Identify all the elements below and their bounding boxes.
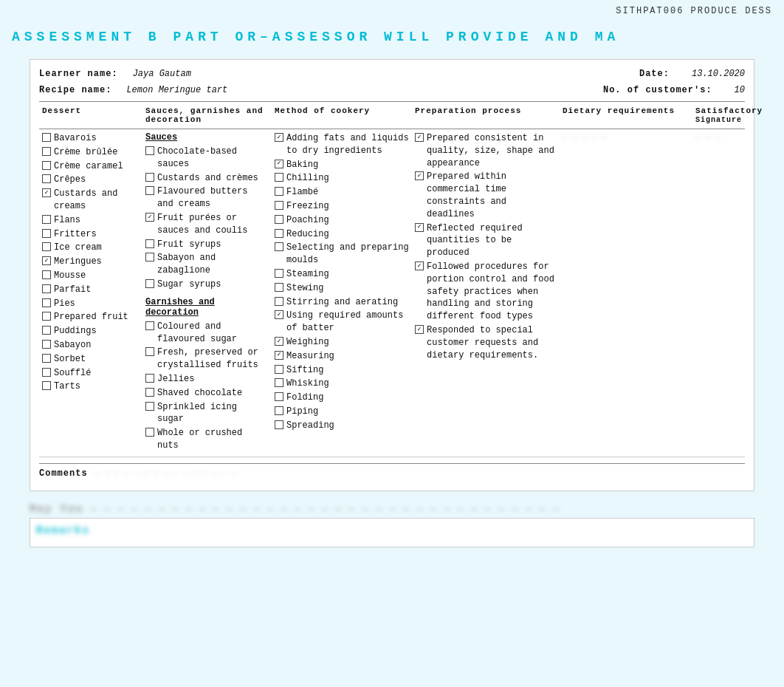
- remarks-box: Remarks: [30, 518, 754, 547]
- item-label: Steaming: [286, 268, 329, 281]
- checkbox-icon[interactable]: [275, 406, 283, 415]
- item-label: Sugar syrups: [157, 278, 221, 291]
- checkbox-icon[interactable]: [42, 270, 51, 279]
- item-label: Reflected required quantities to be prod…: [427, 222, 557, 259]
- checkbox-icon[interactable]: [415, 262, 424, 270]
- item-label: Stewing: [286, 282, 323, 295]
- checkbox-icon[interactable]: [275, 242, 283, 251]
- list-item: Prepared fruit: [42, 311, 140, 324]
- checkbox-icon[interactable]: [145, 402, 154, 411]
- checkbox-icon[interactable]: [275, 310, 283, 319]
- checkbox-icon[interactable]: [275, 420, 283, 429]
- checkbox-icon[interactable]: [415, 325, 424, 334]
- checkbox-icon[interactable]: [145, 146, 154, 155]
- recipe-value: Lemon Meringue tart: [126, 85, 227, 95]
- checkbox-icon[interactable]: [275, 297, 283, 306]
- list-item: Flans: [42, 214, 140, 227]
- item-label: Flambé: [286, 186, 318, 199]
- checkbox-icon[interactable]: [275, 269, 283, 278]
- item-label: Crème brûlée: [54, 146, 117, 159]
- checkbox-icon[interactable]: [42, 188, 51, 197]
- checkbox-icon[interactable]: [275, 365, 283, 374]
- learner-value: Jaya Gautam: [133, 69, 191, 79]
- list-item: Sugar syrups: [145, 278, 269, 291]
- checkbox-icon[interactable]: [42, 381, 51, 390]
- list-item: Fruit syrups: [145, 239, 269, 251]
- checkbox-icon[interactable]: [145, 347, 154, 356]
- date-value: 13.10.2020: [692, 69, 745, 79]
- item-label: Custards and creams: [54, 188, 140, 213]
- checkbox-icon[interactable]: [275, 229, 283, 238]
- checkbox-icon[interactable]: [145, 428, 154, 437]
- item-label: Crêpes: [54, 174, 86, 186]
- checkbox-icon[interactable]: [275, 187, 283, 196]
- checkbox-icon[interactable]: [145, 374, 154, 383]
- item-label: Responded to special customer requests a…: [427, 324, 557, 361]
- list-item: Custards and creams: [42, 188, 140, 213]
- checkbox-icon[interactable]: [42, 161, 51, 170]
- item-label: Sorbet: [54, 353, 86, 366]
- list-item: Tarts: [42, 380, 140, 393]
- checkbox-icon[interactable]: [42, 256, 51, 265]
- list-item: Adding fats and liquids to dry ingredien…: [275, 132, 409, 157]
- checkbox-icon[interactable]: [275, 283, 283, 292]
- list-item: Sifting: [275, 364, 409, 377]
- checkbox-icon[interactable]: [42, 368, 51, 377]
- item-label: Parfait: [54, 284, 91, 296]
- list-item: Mousse: [42, 270, 140, 282]
- checkbox-icon[interactable]: [275, 392, 283, 401]
- checkbox-icon[interactable]: [275, 337, 283, 346]
- checkbox-icon[interactable]: [145, 388, 154, 397]
- checkbox-icon[interactable]: [42, 312, 51, 321]
- checkbox-icon[interactable]: [275, 378, 283, 387]
- checkbox-icon[interactable]: [145, 213, 154, 222]
- checkbox-icon[interactable]: [275, 160, 283, 168]
- banner-text: ASSESSMENT B PART OR–ASSESSOR WILL PROVI…: [12, 30, 619, 44]
- checkbox-icon[interactable]: [145, 173, 154, 182]
- item-label: Flavoured butters and creams: [157, 185, 269, 211]
- checkbox-icon[interactable]: [42, 147, 51, 156]
- item-label: Followed procedures for portion control …: [427, 261, 557, 323]
- list-item: Puddings: [42, 325, 140, 338]
- checkbox-icon[interactable]: [42, 174, 51, 183]
- item-label: Prepared consistent in quality, size, sh…: [427, 132, 557, 169]
- checkbox-icon[interactable]: [275, 201, 283, 210]
- item-label: Custards and crèmes: [157, 172, 258, 185]
- list-item: Sabayon: [42, 339, 140, 352]
- checkbox-icon[interactable]: [42, 229, 51, 238]
- checkbox-icon[interactable]: [145, 321, 154, 330]
- customers-label: No. of customer's:: [603, 85, 712, 95]
- checkbox-icon[interactable]: [42, 340, 51, 349]
- comments-row: Comments — — — — — — — — — — — — — — —: [39, 468, 745, 479]
- item-label: Fruit syrups: [157, 239, 221, 251]
- list-item: Crème caramel: [42, 160, 140, 173]
- checkbox-icon[interactable]: [42, 326, 51, 335]
- item-label: Fruit purées or sauces and coulis: [157, 212, 269, 237]
- checkbox-icon[interactable]: [42, 215, 51, 224]
- checkbox-icon[interactable]: [42, 298, 51, 307]
- checkbox-icon[interactable]: [415, 223, 424, 232]
- item-label: Crème caramel: [54, 160, 123, 173]
- checkbox-icon[interactable]: [42, 284, 51, 293]
- item-label: Mousse: [54, 270, 86, 282]
- list-item: Responded to special customer requests a…: [415, 324, 557, 361]
- checkbox-icon[interactable]: [42, 354, 51, 363]
- checkbox-icon[interactable]: [42, 242, 51, 251]
- list-item: Baking: [275, 159, 409, 171]
- checkbox-icon[interactable]: [275, 215, 283, 224]
- checkbox-icon[interactable]: [42, 133, 51, 142]
- checkbox-icon[interactable]: [275, 133, 283, 142]
- checkbox-icon[interactable]: [145, 239, 154, 248]
- checkbox-icon[interactable]: [275, 173, 283, 182]
- checkbox-icon[interactable]: [145, 279, 154, 288]
- checkbox-icon[interactable]: [275, 351, 283, 360]
- table-header: Dessert Sauces, garnishes and decoration…: [39, 101, 745, 129]
- checkbox-icon[interactable]: [145, 186, 154, 195]
- col-header-dessert: Dessert: [39, 105, 142, 126]
- checkbox-icon[interactable]: [415, 133, 424, 142]
- item-label: Coloured and flavoured sugar: [157, 321, 269, 346]
- item-label: Meringues: [54, 256, 102, 268]
- form-info-row: Learner name: Jaya Gautam Date: 13.10.20…: [39, 69, 745, 79]
- checkbox-icon[interactable]: [145, 253, 154, 262]
- checkbox-icon[interactable]: [415, 171, 424, 180]
